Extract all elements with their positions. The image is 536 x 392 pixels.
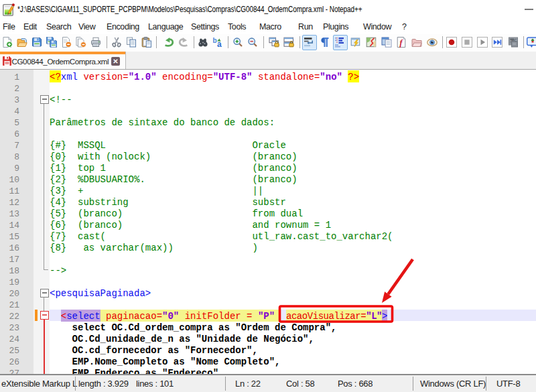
- svg-text:b: b: [212, 37, 216, 44]
